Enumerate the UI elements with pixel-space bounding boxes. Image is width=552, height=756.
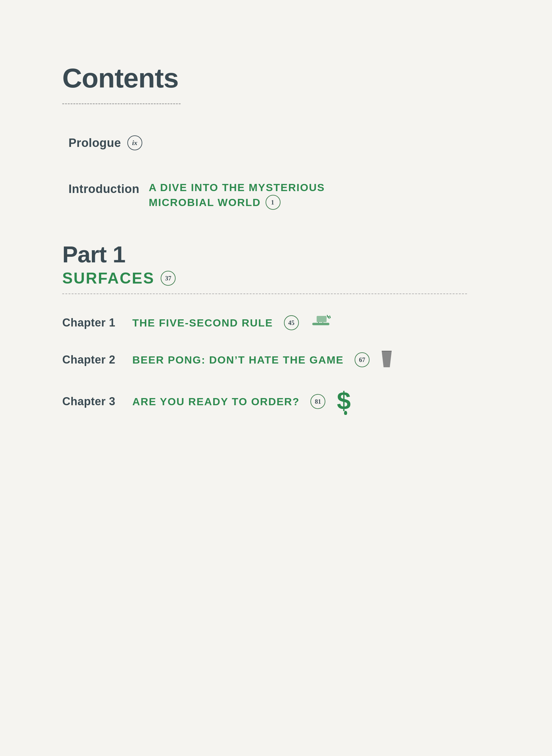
introduction-page-badge: 1	[266, 195, 281, 210]
chapter3-page-badge: 81	[310, 394, 325, 409]
part1-subtitle-row: SURFACES 37	[62, 269, 496, 287]
chapter1-page-badge: 45	[284, 315, 299, 330]
svg-line-5	[328, 316, 329, 318]
svg-line-6	[330, 316, 330, 318]
part1-section: Part 1 SURFACES 37 Chapter 1 THE FIVE-SE…	[62, 241, 496, 416]
svg-marker-7	[382, 351, 392, 367]
part1-divider	[62, 294, 467, 294]
chapter-list: Chapter 1 THE FIVE-SECOND RULE 45	[62, 313, 496, 416]
part1-label: Part 1	[62, 241, 496, 268]
chapter3-title: ARE YOU READY TO ORDER?	[132, 396, 299, 408]
chapter1-row: Chapter 1 THE FIVE-SECOND RULE 45	[62, 313, 496, 333]
chapter3-label: Chapter 3	[62, 395, 125, 408]
introduction-label: Introduction	[68, 181, 139, 196]
dollar-sign-icon: $	[336, 387, 357, 416]
prologue-label: Prologue	[68, 136, 121, 150]
part1-page-badge: 37	[161, 271, 176, 286]
title-divider	[62, 103, 180, 104]
chapter3-row: Chapter 3 ARE YOU READY TO ORDER? 81 $	[62, 387, 496, 416]
svg-rect-0	[312, 323, 329, 325]
introduction-title-line2-text: MICROBIAL WORLD	[149, 196, 261, 208]
introduction-title-line2: MICROBIAL WORLD 1	[149, 195, 325, 210]
introduction-title-line1: A DIVE INTO THE MYSTERIOUS	[149, 181, 325, 193]
chapter2-label: Chapter 2	[62, 353, 125, 366]
introduction-entry: Introduction A DIVE INTO THE MYSTERIOUS …	[68, 181, 496, 210]
svg-text:$: $	[337, 387, 351, 415]
cup-icon	[381, 350, 393, 370]
chapter2-title: BEER PONG: DON’T HATE THE GAME	[132, 354, 344, 366]
food-dropping-icon	[310, 313, 333, 333]
svg-line-4	[327, 315, 328, 317]
prologue-entry: Prologue ix	[68, 135, 496, 150]
chapter2-row: Chapter 2 BEER PONG: DON’T HATE THE GAME…	[62, 350, 496, 370]
svg-rect-1	[317, 316, 326, 322]
introduction-text-block: A DIVE INTO THE MYSTERIOUS MICROBIAL WOR…	[149, 181, 325, 210]
chapter2-page-badge: 67	[355, 352, 370, 367]
prologue-page-badge: ix	[127, 135, 142, 150]
page-title: Contents	[62, 62, 496, 94]
page: Contents Prologue ix Introduction A DIVE…	[0, 0, 552, 756]
part1-subtitle: SURFACES	[62, 269, 154, 287]
chapter1-label: Chapter 1	[62, 316, 125, 329]
chapter1-title: THE FIVE-SECOND RULE	[132, 317, 273, 329]
